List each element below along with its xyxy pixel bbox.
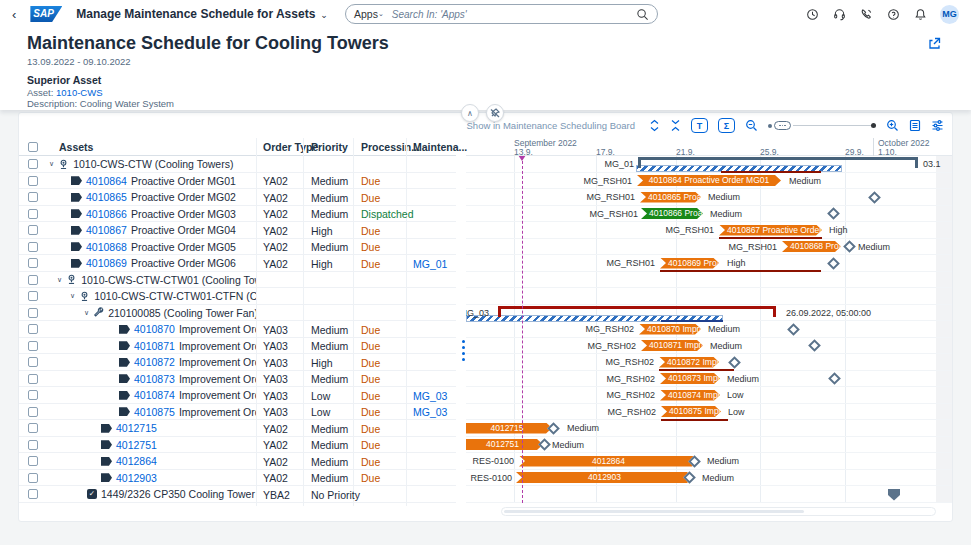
order-bar[interactable]: 4012751 bbox=[466, 439, 543, 450]
help-icon[interactable] bbox=[886, 7, 900, 21]
order-id-link[interactable]: 4010871 bbox=[134, 340, 175, 352]
order-bar[interactable]: 4012903 bbox=[516, 472, 693, 483]
row-checkbox[interactable] bbox=[28, 456, 38, 466]
table-row[interactable]: 4012715YA02MediumDue bbox=[19, 420, 456, 437]
collapse-header-button[interactable]: ∧ bbox=[461, 104, 479, 122]
asset-link[interactable]: 1010-CWS bbox=[56, 87, 102, 98]
order-bar[interactable]: 4010869 Proacti... bbox=[660, 258, 719, 269]
row-checkbox[interactable] bbox=[28, 192, 38, 202]
collapse-rows-icon[interactable] bbox=[670, 119, 681, 132]
table-row[interactable]: 4012903YA02MediumDue bbox=[19, 470, 456, 487]
share-icon[interactable] bbox=[927, 36, 943, 52]
col-assets[interactable]: Assets bbox=[59, 141, 93, 153]
table-row[interactable]: 4010874Improvement Order MG05YA03LowDueM… bbox=[19, 387, 456, 404]
expand-chevron-icon[interactable]: ∨ bbox=[70, 292, 75, 300]
shell-search[interactable]: Apps ⌄ Search In: 'Apps' bbox=[345, 4, 658, 24]
zoom-slider[interactable] bbox=[768, 121, 876, 130]
row-checkbox[interactable] bbox=[28, 209, 38, 219]
table-row[interactable]: ∨1010-CWS-CTW-CTW01 (Cooling Tower#01) bbox=[19, 272, 456, 289]
maintenance-window-link[interactable]: MG_03 bbox=[413, 390, 447, 402]
splitter-grip[interactable] bbox=[459, 328, 467, 372]
expand-chevron-icon[interactable]: ∨ bbox=[49, 160, 54, 168]
order-bar[interactable]: 4010870 Improv... bbox=[639, 324, 701, 335]
back-button[interactable]: ‹ bbox=[12, 7, 16, 22]
row-checkbox[interactable] bbox=[28, 357, 38, 367]
pin-header-button[interactable] bbox=[486, 104, 504, 122]
expand-chevron-icon[interactable]: ∨ bbox=[57, 276, 62, 284]
zoom-in-icon[interactable] bbox=[886, 119, 899, 132]
search-icon[interactable] bbox=[635, 7, 649, 21]
order-id-link[interactable]: 4010869 bbox=[86, 257, 127, 269]
col-order-type[interactable]: Order Type bbox=[263, 141, 318, 153]
table-row[interactable]: ✓1449/2326 CP350 Cooling Tower Fan Miami… bbox=[19, 486, 456, 503]
order-id-link[interactable]: 4010870 bbox=[134, 323, 175, 335]
order-id-link[interactable]: 4010872 bbox=[134, 356, 175, 368]
order-bar[interactable]: 4010873 Improv... bbox=[660, 373, 720, 384]
table-row[interactable]: 4010865Proactive Order MG02YA02MediumDue bbox=[19, 189, 456, 206]
col-processing[interactable]: Processin... bbox=[361, 141, 420, 153]
order-id-link[interactable]: 4012715 bbox=[116, 422, 157, 434]
order-bar[interactable]: 4012715 bbox=[466, 423, 552, 434]
order-id-link[interactable]: 4010865 bbox=[86, 191, 127, 203]
row-checkbox[interactable] bbox=[28, 440, 38, 450]
table-row[interactable]: 4010872Improvement Order MG03YA03HighDue bbox=[19, 354, 456, 371]
table-row[interactable]: 4010864Proactive Order MG01YA02MediumDue bbox=[19, 173, 456, 190]
order-id-link[interactable]: 4012751 bbox=[116, 439, 157, 451]
row-checkbox[interactable] bbox=[28, 275, 38, 285]
order-id-link[interactable]: 4010868 bbox=[86, 241, 127, 253]
maintenance-window-link[interactable]: MG_01 bbox=[413, 258, 447, 270]
expand-rows-icon[interactable] bbox=[649, 119, 660, 132]
row-checkbox[interactable] bbox=[28, 374, 38, 384]
user-avatar[interactable]: MG bbox=[940, 5, 959, 24]
col-priority[interactable]: Priority bbox=[311, 141, 348, 153]
table-row[interactable]: 4010868Proactive Order MG05YA02MediumDue bbox=[19, 239, 456, 256]
table-row[interactable]: 4010875Improvement Order MG06YA03LowDueM… bbox=[19, 404, 456, 421]
row-checkbox[interactable] bbox=[28, 324, 38, 334]
row-checkbox[interactable] bbox=[28, 225, 38, 235]
select-all-checkbox[interactable] bbox=[28, 142, 38, 152]
table-row[interactable]: ∨1010-CWS-CTW-CTW01-CTFN (Cooling Tower … bbox=[19, 288, 456, 305]
aggregate-button[interactable]: Σ bbox=[718, 118, 735, 133]
search-input[interactable]: Search In: 'Apps' bbox=[392, 9, 635, 20]
table-row[interactable]: 4010873Improvement Order MG04YA03MediumD… bbox=[19, 371, 456, 388]
order-bar[interactable]: 4010864 Proactive Order MG01 bbox=[637, 175, 781, 186]
table-row[interactable]: 4010871Improvement Order MG02YA03MediumD… bbox=[19, 338, 456, 355]
order-id-link[interactable]: 4010867 bbox=[86, 224, 127, 236]
settings-icon[interactable] bbox=[931, 119, 944, 132]
col-maintenance[interactable]: Maintena... bbox=[413, 141, 467, 153]
order-bar[interactable]: 4010867 Proactive Order MG04 bbox=[719, 225, 822, 236]
order-bar[interactable]: 4010875 Improv... bbox=[661, 406, 721, 417]
time-period-button[interactable]: T bbox=[691, 118, 708, 133]
order-bar[interactable]: 4010872 Improv... bbox=[659, 357, 719, 368]
order-bar[interactable]: 4010868 Proacti... bbox=[782, 241, 841, 252]
table-row[interactable]: ∨210100085 (Cooling Tower Fan) bbox=[19, 305, 456, 322]
order-id-link[interactable]: 4010864 bbox=[86, 175, 127, 187]
order-id-link[interactable]: 4012864 bbox=[116, 455, 157, 467]
order-id-link[interactable]: 4010875 bbox=[134, 406, 175, 418]
app-title[interactable]: Manage Maintenance Schedule for Assets⌄ bbox=[76, 7, 328, 21]
horizontal-scrollbar[interactable] bbox=[501, 507, 936, 516]
table-row[interactable]: 4010867Proactive Order MG04YA02HighDue bbox=[19, 222, 456, 239]
row-checkbox[interactable] bbox=[28, 390, 38, 400]
legend-icon[interactable] bbox=[909, 119, 921, 132]
row-checkbox[interactable] bbox=[28, 308, 38, 318]
expand-chevron-icon[interactable]: ∨ bbox=[84, 309, 89, 317]
row-checkbox[interactable] bbox=[28, 423, 38, 433]
table-row[interactable]: 4010870Improvement Order MG01YA03MediumD… bbox=[19, 321, 456, 338]
order-bar[interactable]: 4010874 Improv... bbox=[660, 390, 720, 401]
maintenance-window-bracket[interactable] bbox=[498, 306, 776, 317]
order-id-link[interactable]: 4010874 bbox=[134, 389, 175, 401]
row-checkbox[interactable] bbox=[28, 242, 38, 252]
session-timer-icon[interactable] bbox=[805, 7, 819, 21]
row-checkbox[interactable] bbox=[28, 159, 38, 169]
zoom-slider-thumb[interactable] bbox=[774, 121, 791, 130]
row-checkbox[interactable] bbox=[28, 176, 38, 186]
table-row[interactable]: 4012751YA02MediumDue bbox=[19, 437, 456, 454]
notifications-icon[interactable] bbox=[913, 7, 927, 21]
zoom-out-icon[interactable] bbox=[745, 119, 758, 132]
table-row[interactable]: ∨1010-CWS-CTW (Cooling Towers) bbox=[19, 156, 456, 173]
row-checkbox[interactable] bbox=[28, 489, 38, 499]
row-checkbox[interactable] bbox=[28, 291, 38, 301]
order-id-link[interactable]: 4010873 bbox=[134, 373, 175, 385]
order-bar[interactable]: 4010871 Improv... bbox=[641, 340, 703, 351]
